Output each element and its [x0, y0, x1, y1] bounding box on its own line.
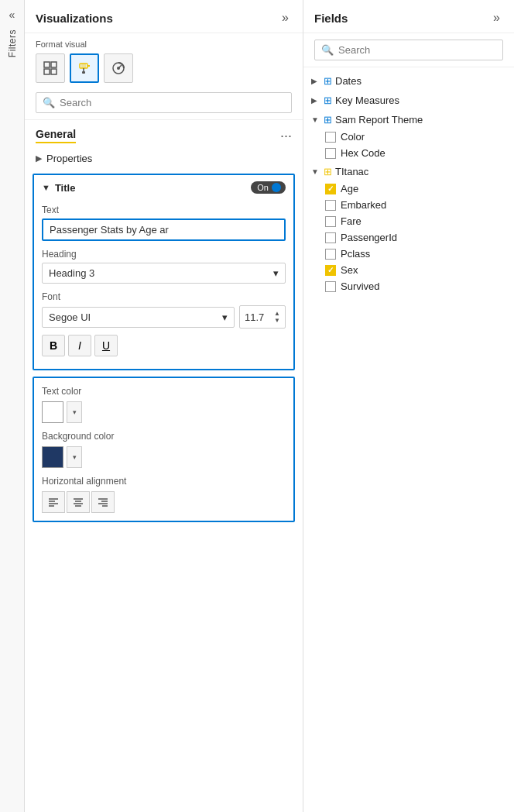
viz-panel-title: Visualizations: [36, 12, 113, 25]
text-color-swatch[interactable]: [42, 401, 63, 423]
text-color-label: Text color: [42, 386, 286, 397]
field-item-passengerid[interactable]: PassengerId: [303, 229, 514, 246]
title-toggle[interactable]: On: [251, 181, 286, 194]
grid-view-btn[interactable]: [36, 53, 65, 83]
fields-panel-expand-btn[interactable]: »: [490, 9, 503, 26]
search-icon: 🔍: [43, 97, 55, 108]
fare-checkbox[interactable]: [325, 216, 336, 227]
font-size-value: 11.7: [245, 311, 264, 323]
fields-tree: ▶ ⊞ Dates ▶ ⊞ Key Measures ▼ ⊞ Sam Repor…: [303, 67, 514, 812]
titanac-group-header[interactable]: ▼ ⊞ TItanac: [303, 163, 514, 181]
hex-code-checkbox[interactable]: [325, 148, 336, 159]
fields-search-container: 🔍: [303, 33, 514, 67]
survived-checkbox[interactable]: [325, 281, 336, 292]
fields-search-input[interactable]: [338, 44, 496, 56]
title-chevron-icon: ▼: [42, 183, 50, 192]
field-item-hex-code[interactable]: Hex Code: [303, 145, 514, 161]
font-size-input[interactable]: 11.7 ▲ ▼: [239, 305, 286, 329]
bold-button[interactable]: B: [42, 335, 65, 356]
color-checkbox[interactable]: [325, 132, 336, 143]
key-measures-group-header[interactable]: ▶ ⊞ Key Measures: [303, 91, 514, 109]
grid-icon: [43, 60, 58, 76]
title-header-left: ▼ Title: [42, 182, 75, 194]
properties-row[interactable]: ▶ Properties: [25, 148, 303, 169]
viz-search-input[interactable]: [60, 97, 285, 108]
field-item-color[interactable]: Color: [303, 129, 514, 145]
heading-select-value: Heading 3: [49, 267, 94, 279]
key-measures-group-name: Key Measures: [335, 95, 399, 106]
font-size-up-icon[interactable]: ▲: [274, 310, 280, 317]
format-visual-label: Format visual: [36, 40, 292, 49]
font-size-arrows[interactable]: ▲ ▼: [274, 310, 280, 324]
bg-color-swatch[interactable]: [42, 446, 63, 468]
pclass-checkbox[interactable]: [325, 249, 336, 260]
font-size-down-icon[interactable]: ▼: [274, 317, 280, 324]
title-header[interactable]: ▼ Title On: [34, 175, 293, 200]
format-visual-btn[interactable]: [70, 53, 99, 83]
format-visual-section: Format visual: [25, 33, 303, 86]
age-checkbox[interactable]: [325, 184, 336, 194]
viz-panel-header: Visualizations »: [25, 0, 303, 33]
align-right-btn[interactable]: [91, 491, 115, 513]
fields-search-icon: 🔍: [321, 44, 334, 56]
hex-code-field-name: Hex Code: [341, 147, 386, 159]
paint-roller-icon: [77, 60, 92, 76]
bg-color-swatch-row: ▾: [42, 446, 286, 468]
sam-report-table-icon: ⊞: [324, 114, 332, 126]
italic-button[interactable]: I: [68, 335, 91, 356]
text-color-row: Text color ▾: [42, 386, 286, 423]
embarked-field-name: Embarked: [341, 199, 386, 211]
dates-group-name: Dates: [335, 75, 362, 87]
dates-group-header[interactable]: ▶ ⊞ Dates: [303, 72, 514, 90]
viz-panel-expand-btn[interactable]: »: [279, 9, 292, 26]
analytics-btn[interactable]: [104, 53, 133, 83]
filters-label: Filters: [7, 29, 18, 57]
fields-panel: Fields » 🔍 ▶ ⊞ Dates ▶ ⊞ Key Measures: [303, 0, 514, 812]
svg-rect-7: [82, 71, 85, 74]
svg-line-11: [118, 65, 122, 68]
underline-button[interactable]: U: [94, 335, 118, 356]
filters-sidebar: « Filters: [0, 0, 25, 812]
align-section: Horizontal alignment: [42, 476, 286, 513]
font-family-select[interactable]: Segoe UI ▾: [42, 307, 235, 328]
collapse-icon[interactable]: «: [4, 6, 21, 23]
svg-rect-5: [81, 64, 86, 68]
analytics-icon: [111, 60, 126, 76]
heading-select[interactable]: Heading 3 ▾: [42, 263, 286, 284]
passengerid-checkbox[interactable]: [325, 232, 336, 243]
text-color-dropdown-btn[interactable]: ▾: [67, 401, 82, 423]
dates-expand-icon: ▶: [311, 77, 320, 85]
general-menu-btn[interactable]: ···: [280, 129, 292, 143]
align-center-btn[interactable]: [67, 491, 90, 513]
align-left-icon: [47, 496, 60, 508]
bg-color-label: Background color: [42, 431, 286, 442]
field-item-survived[interactable]: Survived: [303, 278, 514, 294]
sex-field-name: Sex: [341, 264, 358, 276]
general-section-header: General ···: [25, 120, 303, 148]
heading-dropdown-icon: ▾: [273, 267, 279, 279]
field-item-sex[interactable]: Sex: [303, 262, 514, 278]
properties-label: Properties: [46, 153, 92, 164]
color-section: Text color ▾ Background color ▾ Horizont…: [33, 377, 295, 522]
align-buttons-row: [42, 491, 286, 513]
viz-search-box[interactable]: 🔍: [36, 92, 292, 113]
field-item-pclass[interactable]: Pclass: [303, 246, 514, 262]
align-right-icon: [97, 496, 109, 508]
field-item-embarked[interactable]: Embarked: [303, 197, 514, 213]
sex-checkbox[interactable]: [325, 265, 336, 276]
key-measures-table-icon: ⊞: [324, 95, 332, 106]
general-title: General: [36, 128, 76, 143]
align-left-btn[interactable]: [42, 491, 65, 513]
svg-rect-0: [44, 62, 50, 67]
embarked-checkbox[interactable]: [325, 200, 336, 211]
fields-search-box[interactable]: 🔍: [314, 40, 503, 60]
title-content: Text Passenger Stats by Age ar Heading H…: [34, 200, 293, 369]
title-text-input[interactable]: Passenger Stats by Age ar: [42, 218, 286, 241]
field-item-age[interactable]: Age: [303, 181, 514, 197]
pclass-field-name: Pclass: [341, 248, 370, 260]
bg-color-dropdown-btn[interactable]: ▾: [67, 446, 82, 468]
sam-report-group-header[interactable]: ▼ ⊞ Sam Report Theme: [303, 111, 514, 129]
title-section: ▼ Title On Text Passenger Stats by Age a…: [33, 174, 295, 370]
field-item-fare[interactable]: Fare: [303, 213, 514, 229]
visualizations-panel: Visualizations » Format visual: [25, 0, 303, 812]
